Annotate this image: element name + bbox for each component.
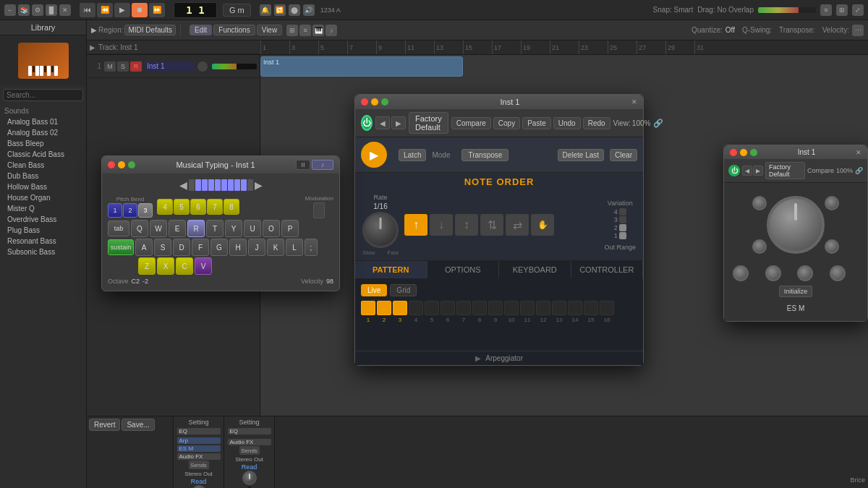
cycle-icon[interactable]: 🔁 [274,4,286,16]
revert-btn[interactable]: Revert [89,419,120,431]
tab-key[interactable]: tab [108,221,129,236]
piano-view-icon[interactable]: 🎹 [312,25,324,36]
note-view-icon[interactable]: ♪ [326,25,337,36]
esm-small-knob-4[interactable] [825,239,839,254]
mini-key-4[interactable] [208,179,214,191]
track-1-rec[interactable]: R [130,61,142,72]
arp-close-btn[interactable] [361,98,368,106]
rate-knob[interactable] [362,212,399,248]
t-key[interactable]: T [206,220,224,237]
arp-undo-btn[interactable]: Undo [553,117,581,129]
arp-preset-name[interactable]: Factory Default [409,112,448,134]
plugin-arp[interactable]: Arp [177,437,221,444]
library-item-dub-bass[interactable]: Dub Bass [4,171,82,181]
plugin-audiofx-2[interactable]: Audio FX [228,439,271,445]
pattern-step-1[interactable] [361,301,375,315]
track-region-1[interactable]: Inst 1 [260,56,463,77]
s-key[interactable]: S [154,239,171,256]
track-1-solo[interactable]: S [117,61,129,72]
mt-close-btn[interactable] [108,161,115,168]
arp-play-btn[interactable]: ▶ [361,142,387,168]
library-search-area[interactable] [0,86,86,104]
arp-latch-btn[interactable]: Latch [399,149,426,161]
esm-small-knob-2[interactable] [825,196,839,210]
mini-key-2[interactable] [195,179,201,191]
mt-next-btn[interactable]: ▶ [255,179,263,191]
pattern-step-2[interactable] [377,301,391,315]
esm-preset-name[interactable]: Factory Default [765,162,805,179]
master-icon[interactable]: 🔊 [303,4,315,16]
key-display[interactable]: G m [223,4,251,17]
library-item-hollow-bass[interactable]: Hollow Bass [4,181,82,192]
num-key-8[interactable]: 8 [224,199,239,215]
library-item-analog-bass-01[interactable]: Analog Bass 01 [4,116,82,127]
pattern-step-15[interactable] [584,301,598,315]
lib-icon[interactable]: 📚 [18,4,30,16]
mt-caps-btn[interactable]: II [296,160,310,170]
mod-slider[interactable] [313,202,325,218]
pattern-live-btn[interactable]: Live [361,284,387,296]
tab-controller[interactable]: CONTROLLER [571,261,644,278]
dir-down-btn[interactable]: ↓ [430,214,453,236]
pattern-step-10[interactable] [504,301,519,315]
functions-btn[interactable]: Functions [213,25,255,35]
play-pause-btn[interactable]: ▶ [114,3,130,17]
send-btn-2a[interactable]: Sends [239,446,260,455]
tab-pattern[interactable]: PATTERN [355,261,427,278]
mt-max-btn[interactable] [128,161,135,168]
esm-min-btn[interactable] [740,149,747,156]
pattern-step-12[interactable] [536,301,550,315]
d-key[interactable]: D [173,239,190,256]
pb-key-3[interactable]: 3 [138,203,153,218]
y-key[interactable]: Y [225,220,242,237]
plugin-audiofx-1[interactable]: Audio FX [177,453,221,460]
maximize-icon[interactable]: ⤢ [852,4,864,16]
settings-icon[interactable]: ⚙ [32,4,43,16]
metronome-icon[interactable]: 🔔 [260,4,271,16]
num-key-4[interactable]: 4 [157,199,173,215]
back-icon[interactable]: ← [4,4,16,16]
num-key-7[interactable]: 7 [207,199,223,215]
view-val[interactable]: 100% [632,119,651,127]
list-icon[interactable]: ≡ [820,4,832,16]
mini-key-9[interactable] [241,179,247,191]
pattern-step-8[interactable] [472,301,487,315]
arp-clear-btn[interactable]: Clear [610,149,637,161]
plugin-eq-2[interactable]: EQ [228,428,271,435]
library-item-resonant-bass[interactable]: Resonant Bass [4,236,82,247]
dir-updown-btn[interactable]: ↕ [455,214,478,236]
esm-link-icon[interactable]: 🔗 [855,167,863,174]
esm-small-knob-1[interactable] [752,196,767,210]
library-item-mister-q[interactable]: Mister Q [4,203,82,214]
pattern-step-5[interactable] [425,301,439,315]
a-key[interactable]: A [135,239,153,256]
mt-mode-toggle[interactable]: ♪ [312,160,333,170]
w-key[interactable]: W [150,220,167,237]
esm-knob-a[interactable] [733,265,749,281]
pattern-step-4[interactable] [409,301,423,315]
v-key[interactable]: V [195,257,212,275]
c-key[interactable]: C [176,257,193,275]
cpu-icon[interactable]: █ [46,4,57,16]
send-btn-1a[interactable]: Sends [189,461,209,469]
library-item-classic-acid-bass[interactable]: Classic Acid Bass [4,149,82,160]
esm-power-btn[interactable]: ⏻ [728,165,740,176]
arp-delete-last-btn[interactable]: Delete Last [558,149,605,161]
r-key[interactable]: R [187,220,205,237]
q-key[interactable]: Q [131,220,148,237]
z-key[interactable]: Z [138,257,156,275]
view-btn[interactable]: View [257,25,283,35]
esm-prev-btn[interactable]: ◀ [742,166,752,176]
arp-compare-btn[interactable]: Compare [451,117,491,129]
library-item-overdrive-bass[interactable]: Overdrive Bass [4,214,82,225]
esm-initialize-btn[interactable]: Initialize [779,286,813,297]
semicolon-key[interactable]: ; [305,239,318,256]
dir-random-btn[interactable]: ⇄ [506,214,529,236]
rewind-btn[interactable]: ⏮ [80,3,95,17]
mini-key-1[interactable] [189,179,195,191]
l-key[interactable]: L [286,239,303,256]
arp-paste-btn[interactable]: Paste [522,117,551,129]
arp-redo-btn[interactable]: Redo [583,117,610,129]
pattern-step-6[interactable] [441,301,455,315]
arp-copy-btn[interactable]: Copy [493,117,520,129]
